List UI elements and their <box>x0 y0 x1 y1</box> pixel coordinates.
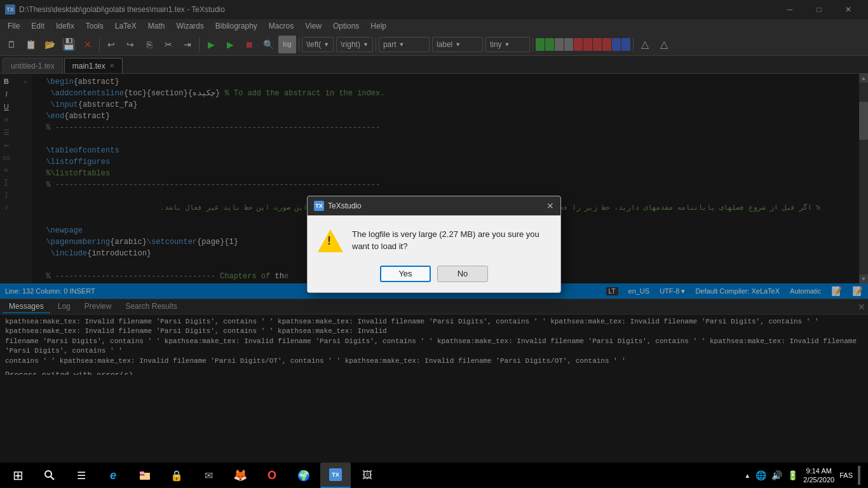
taskbar-system-tray: ▲ 🌐 🔊 🔋 9:14 AM 2/25/2020 FAS <box>744 466 865 485</box>
taskbar-search[interactable] <box>34 463 65 488</box>
taskbar-chrome[interactable]: 🌍 <box>288 463 319 488</box>
dialog-app-icon: TX <box>314 201 324 211</box>
taskbar-photos[interactable]: 🖼 <box>352 463 383 488</box>
dialog-title-left: TX TeXstudio <box>314 201 362 211</box>
battery-icon[interactable]: 🔋 <box>787 470 798 480</box>
texstudio-dialog: TX TeXstudio ✕ The logfile is very large… <box>307 196 561 293</box>
svg-rect-3 <box>140 475 150 480</box>
svg-line-1 <box>51 477 54 480</box>
taskbar-task-view[interactable]: ☰ <box>66 463 97 488</box>
taskbar-security[interactable]: 🔒 <box>161 463 192 488</box>
taskbar: ⊞ ☰ e 🔒 ✉ 🦊 O 🌍 TX 🖼 ▲ 🌐 🔊 🔋 9:14 AM 2/2… <box>0 463 868 488</box>
lang-display[interactable]: FAS <box>839 471 853 479</box>
network-icon[interactable]: 🌐 <box>756 470 766 480</box>
date-display: 2/25/2020 <box>803 475 834 484</box>
show-desktop-button[interactable] <box>858 466 860 485</box>
tray-expand[interactable]: ▲ <box>744 472 750 479</box>
warning-triangle-icon <box>318 229 343 252</box>
taskbar-mail[interactable]: ✉ <box>193 463 224 488</box>
dialog-overlay: TX TeXstudio ✕ The logfile is very large… <box>0 0 868 488</box>
svg-rect-2 <box>140 471 144 475</box>
warning-icon <box>318 229 343 252</box>
taskbar-explorer[interactable] <box>130 463 160 488</box>
volume-icon[interactable]: 🔊 <box>771 470 782 480</box>
dialog-yes-button[interactable]: Yes <box>380 266 431 282</box>
dialog-title-text: TeXstudio <box>328 201 362 210</box>
taskbar-texstudio[interactable]: TX <box>320 463 351 488</box>
clock-date[interactable]: 9:14 AM 2/25/2020 <box>803 466 834 485</box>
time-display: 9:14 AM <box>803 466 834 475</box>
taskbar-opera[interactable]: O <box>257 463 287 488</box>
taskbar-edge[interactable]: e <box>98 463 128 488</box>
start-button[interactable]: ⊞ <box>3 463 33 488</box>
dialog-no-button[interactable]: No <box>437 266 488 282</box>
dialog-buttons: Yes No <box>308 261 560 292</box>
taskbar-firefox[interactable]: 🦊 <box>225 463 255 488</box>
svg-rect-4 <box>144 473 150 475</box>
dialog-titlebar: TX TeXstudio ✕ <box>308 196 560 215</box>
dialog-message-text: The logfile is very large (2.27 MB) are … <box>352 228 550 253</box>
svg-point-0 <box>45 471 51 477</box>
dialog-close-button[interactable]: ✕ <box>546 201 554 211</box>
dialog-body: The logfile is very large (2.27 MB) are … <box>308 215 560 261</box>
